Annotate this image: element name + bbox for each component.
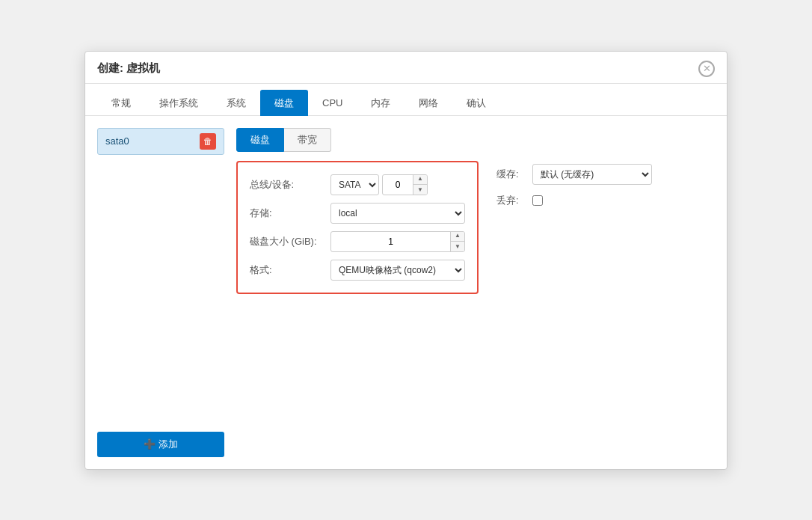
trash-icon: 🗑	[203, 136, 212, 147]
storage-control: local local-lvm	[330, 203, 465, 224]
add-disk-button[interactable]: ➕ 添加	[97, 432, 224, 457]
format-row: 格式: QEMU映像格式 (qcow2) 原始磁盘映像 (raw)	[250, 260, 465, 281]
tab-network[interactable]: 网络	[405, 90, 452, 116]
spinner-down-button[interactable]: ▼	[413, 185, 427, 195]
bus-control: SATA IDE VirtIO SCSI 0 ▲ ▼	[330, 174, 428, 195]
tab-memory[interactable]: 内存	[357, 90, 405, 116]
tab-bar: 常规 操作系统 系统 磁盘 CPU 内存 网络 确认	[85, 84, 727, 116]
device-spinner: 0 ▲ ▼	[382, 174, 428, 195]
format-control: QEMU映像格式 (qcow2) 原始磁盘映像 (raw)	[330, 260, 465, 281]
discard-checkbox[interactable]	[532, 195, 543, 206]
disk-size-control: 1 ▲ ▼	[330, 231, 465, 252]
dialog-header: 创建: 虚拟机 ✕	[85, 52, 727, 84]
bus-device-row: 总线/设备: SATA IDE VirtIO SCSI 0	[250, 174, 465, 195]
disk-size-row: 磁盘大小 (GiB): 1 ▲ ▼	[250, 231, 465, 252]
tab-system[interactable]: 系统	[212, 90, 260, 116]
discard-row: 丢弃:	[496, 194, 652, 207]
sub-tab-disk[interactable]: 磁盘	[236, 128, 284, 152]
discard-label: 丢弃:	[496, 194, 526, 207]
tab-cpu[interactable]: CPU	[308, 91, 357, 114]
spinner-buttons: ▲ ▼	[413, 174, 427, 195]
disk-size-label: 磁盘大小 (GiB):	[250, 235, 325, 248]
dialog-body: sata0 🗑 ➕ 添加 磁盘 带宽	[85, 116, 727, 469]
disk-size-up-button[interactable]: ▲	[451, 231, 464, 242]
bus-label: 总线/设备:	[250, 178, 325, 192]
cache-label: 缓存:	[496, 168, 526, 181]
sub-tab-bar: 磁盘 带宽	[236, 128, 715, 152]
tab-os[interactable]: 操作系统	[145, 90, 212, 116]
format-select[interactable]: QEMU映像格式 (qcow2) 原始磁盘映像 (raw)	[330, 260, 465, 281]
tab-confirm[interactable]: 确认	[452, 90, 500, 116]
disk-size-input[interactable]: 1	[331, 235, 450, 248]
device-number-input[interactable]: 0	[383, 178, 413, 192]
disk-config-section: 总线/设备: SATA IDE VirtIO SCSI 0	[236, 161, 479, 294]
disk-item-sata0: sata0 🗑	[97, 128, 224, 155]
left-panel: sata0 🗑 ➕ 添加	[97, 128, 224, 457]
disk-size-spinner-buttons: ▲ ▼	[450, 231, 464, 252]
storage-select[interactable]: local local-lvm	[330, 203, 465, 224]
sub-tab-bandwidth[interactable]: 带宽	[284, 128, 331, 152]
create-vm-dialog: 创建: 虚拟机 ✕ 常规 操作系统 系统 磁盘 CPU 内存 网络 确认 sat…	[84, 51, 728, 470]
tab-general[interactable]: 常规	[97, 90, 145, 116]
extra-settings-section: 缓存: 默认 (无缓存) 直写 回写 无缓存 丢弃:	[496, 161, 652, 294]
storage-row: 存储: local local-lvm	[250, 203, 465, 224]
disk-item-label: sata0	[105, 135, 129, 147]
plus-icon: ➕	[144, 438, 156, 450]
cache-select[interactable]: 默认 (无缓存) 直写 回写 无缓存	[532, 164, 652, 185]
format-label: 格式:	[250, 263, 325, 277]
cache-row: 缓存: 默认 (无缓存) 直写 回写 无缓存	[496, 164, 652, 185]
close-button[interactable]: ✕	[698, 61, 715, 77]
bus-select[interactable]: SATA IDE VirtIO SCSI	[330, 174, 379, 195]
tab-disk[interactable]: 磁盘	[260, 90, 308, 116]
storage-label: 存储:	[250, 207, 325, 220]
disk-delete-button[interactable]: 🗑	[200, 133, 216, 150]
add-button-label: 添加	[159, 438, 178, 451]
dialog-title: 创建: 虚拟机	[97, 61, 160, 76]
disk-size-spinner: 1 ▲ ▼	[330, 231, 465, 252]
right-panel: 磁盘 带宽 总线/设备: SATA IDE VirtIO	[236, 128, 715, 457]
spinner-up-button[interactable]: ▲	[413, 174, 427, 185]
disk-size-down-button[interactable]: ▼	[451, 242, 464, 252]
config-area: 总线/设备: SATA IDE VirtIO SCSI 0	[236, 161, 715, 294]
